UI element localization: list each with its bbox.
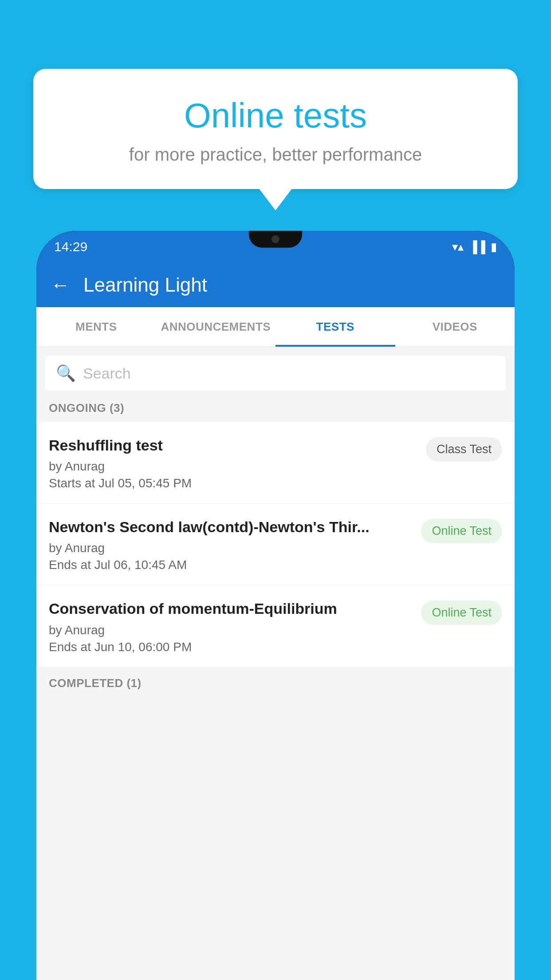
test-badge-online-2: Online Test <box>421 601 502 625</box>
test-name: Conservation of momentum-Equilibrium <box>49 599 412 618</box>
test-by: by Anurag <box>49 623 412 637</box>
speech-bubble: Online tests for more practice, better p… <box>33 69 518 189</box>
tabs-bar: MENTS ANNOUNCEMENTS TESTS VIDEOS <box>36 307 515 347</box>
ongoing-section-label: ONGOING (3) <box>36 391 515 422</box>
search-icon: 🔍 <box>56 364 76 383</box>
tab-announcements[interactable]: ANNOUNCEMENTS <box>156 307 276 347</box>
notch <box>249 231 302 248</box>
test-by: by Anurag <box>49 459 417 474</box>
test-name: Newton's Second law(contd)-Newton's Thir… <box>49 517 412 537</box>
search-bar[interactable]: 🔍 Search <box>45 356 506 391</box>
test-info: Reshuffling test by Anurag Starts at Jul… <box>49 435 417 490</box>
tab-ments[interactable]: MENTS <box>36 307 156 347</box>
camera <box>272 235 279 243</box>
app-bar: ← Learning Light <box>36 263 515 307</box>
test-item[interactable]: Reshuffling test by Anurag Starts at Jul… <box>36 422 515 503</box>
tab-videos[interactable]: VIDEOS <box>395 307 515 347</box>
test-badge-online: Online Test <box>421 519 502 543</box>
test-name: Reshuffling test <box>49 435 417 455</box>
wifi-icon: ▾▴ <box>452 240 464 254</box>
app-title: Learning Light <box>83 274 207 296</box>
test-date: Starts at Jul 05, 05:45 PM <box>49 476 417 490</box>
search-input[interactable]: Search <box>83 365 495 382</box>
status-time: 14:29 <box>54 239 87 254</box>
content-area: 🔍 Search ONGOING (3) Reshuffling test by… <box>36 347 515 980</box>
signal-icon: ▐▐ <box>469 240 485 254</box>
tab-tests[interactable]: TESTS <box>276 307 395 347</box>
test-badge-class: Class Test <box>426 437 502 462</box>
back-button[interactable]: ← <box>51 274 70 296</box>
test-info: Conservation of momentum-Equilibrium by … <box>49 599 412 654</box>
test-date: Ends at Jul 06, 10:45 AM <box>49 558 412 572</box>
completed-section-label: COMPLETED (1) <box>36 668 515 695</box>
test-info: Newton's Second law(contd)-Newton's Thir… <box>49 517 412 572</box>
test-item[interactable]: Newton's Second law(contd)-Newton's Thir… <box>36 504 515 585</box>
battery-icon: ▮ <box>491 240 497 254</box>
test-date: Ends at Jun 10, 06:00 PM <box>49 640 412 654</box>
bubble-title: Online tests <box>64 95 487 136</box>
phone-frame: 14:29 ▾▴ ▐▐ ▮ ← Learning Light MENTS ANN… <box>36 231 515 980</box>
bubble-subtitle: for more practice, better performance <box>64 145 487 165</box>
status-icons: ▾▴ ▐▐ ▮ <box>452 240 497 254</box>
test-item[interactable]: Conservation of momentum-Equilibrium by … <box>36 585 515 666</box>
test-by: by Anurag <box>49 541 412 555</box>
status-bar: 14:29 ▾▴ ▐▐ ▮ <box>36 231 515 263</box>
